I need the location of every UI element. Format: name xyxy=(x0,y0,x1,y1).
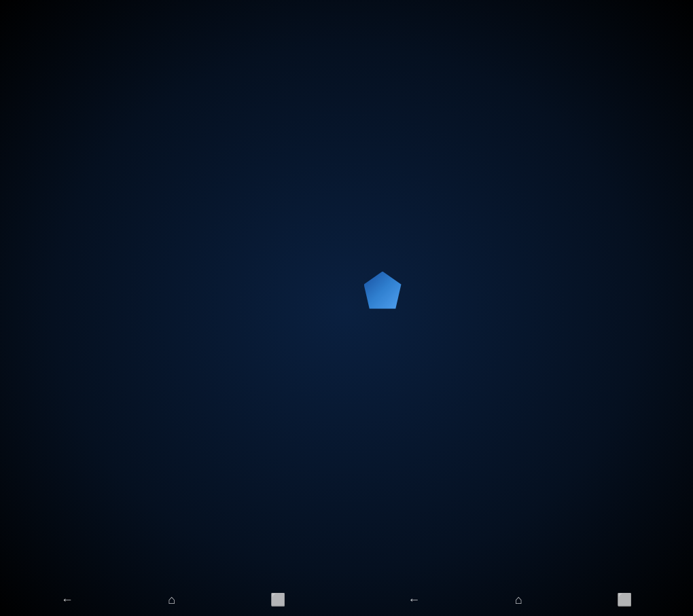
back-btn-left[interactable]: ← xyxy=(61,593,73,607)
home-btn-right[interactable]: ⌂ xyxy=(515,593,522,607)
content-item-resogun: RESOGUN™ PSN Game|PS4 ⬇ Download to your… xyxy=(355,263,685,317)
recent-btn-left[interactable]: ⬜ xyxy=(270,592,285,607)
right-panel: ≡ ⚲ 🛒 👤✓ Thank You! Your purchase has co… xyxy=(347,52,693,583)
main-panels: Sony Entertainment Network ≡ ⚲ 🛒 👤✓ Cont… xyxy=(0,52,693,583)
recent-btn-right[interactable]: ⬜ xyxy=(617,592,632,607)
resogun-thumb xyxy=(355,263,410,317)
right-content: Total $0.00 Your New Content CONTRAST Co… xyxy=(347,143,693,583)
home-btn-left[interactable]: ⌂ xyxy=(168,593,175,607)
back-btn-right[interactable]: ← xyxy=(408,593,420,607)
